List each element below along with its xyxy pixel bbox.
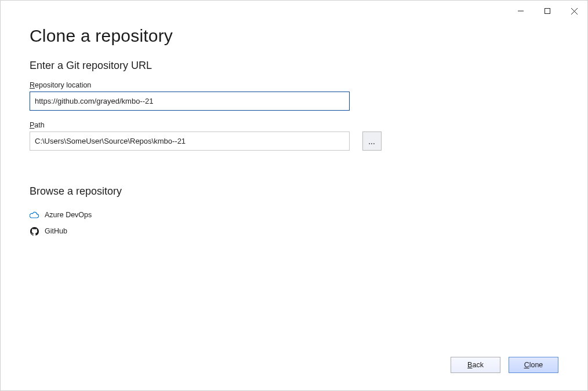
content-area: Clone a repository Enter a Git repositor… <box>30 24 558 379</box>
repo-location-label: Repository location <box>30 81 558 89</box>
provider-azure-devops[interactable]: Azure DevOps <box>30 207 558 223</box>
svg-rect-1 <box>545 9 550 14</box>
minimize-button[interactable] <box>507 4 534 18</box>
provider-github[interactable]: GitHub <box>30 223 558 239</box>
repo-location-field: Repository location <box>30 81 558 111</box>
titlebar-controls <box>507 1 587 18</box>
clone-button[interactable]: Clone <box>509 357 558 373</box>
dialog-window: Clone a repository Enter a Git repositor… <box>0 0 588 391</box>
footer-buttons: Back Clone <box>451 357 558 373</box>
path-label: Path <box>30 121 558 129</box>
section-enter-url: Enter a Git repository URL <box>30 60 558 72</box>
github-icon <box>30 226 39 236</box>
page-title: Clone a repository <box>30 26 558 46</box>
close-button[interactable] <box>561 4 587 18</box>
browse-path-button[interactable]: ... <box>362 131 382 151</box>
provider-list: Azure DevOps GitHub <box>30 207 558 239</box>
provider-label: Azure DevOps <box>45 211 92 219</box>
path-input[interactable] <box>30 131 350 151</box>
provider-label: GitHub <box>45 227 67 235</box>
section-browse-repo: Browse a repository <box>30 185 558 198</box>
path-field: Path ... <box>30 121 558 162</box>
maximize-button[interactable] <box>534 4 561 18</box>
back-button[interactable]: Back <box>451 357 500 373</box>
cloud-icon <box>30 210 39 220</box>
repo-location-input[interactable] <box>30 92 350 111</box>
path-row: ... <box>30 131 558 151</box>
